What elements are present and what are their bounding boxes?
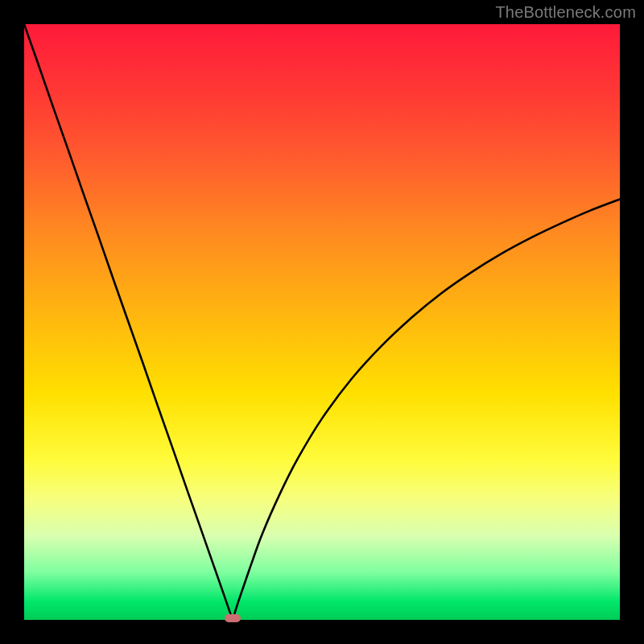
optimum-marker <box>225 614 241 622</box>
bottleneck-curve <box>24 24 620 620</box>
curve-svg <box>24 24 620 620</box>
watermark-label: TheBottleneck.com <box>495 3 636 22</box>
chart-stage: TheBottleneck.com <box>0 0 644 644</box>
plot-area <box>24 24 620 620</box>
